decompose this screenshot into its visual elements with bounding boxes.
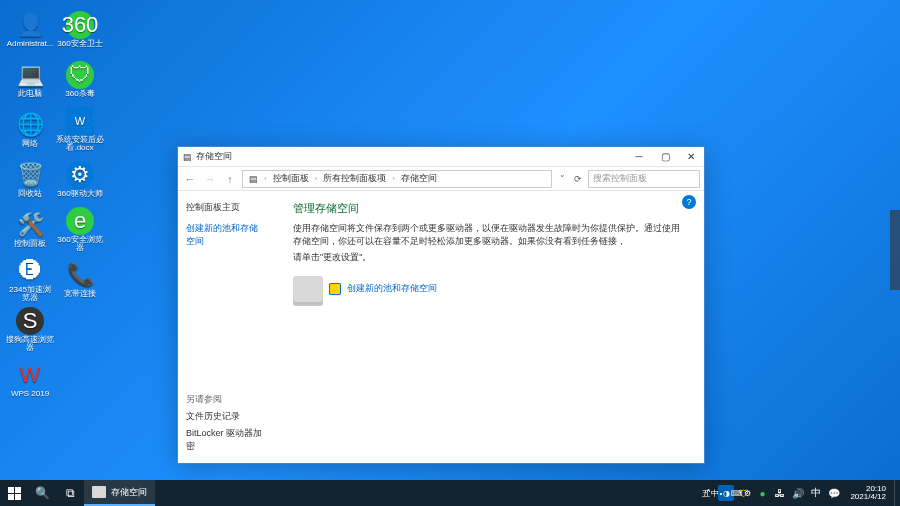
window-icon: ▤	[178, 152, 196, 162]
main-description-1: 使用存储空间将文件保存到两个或更多驱动器，以便在驱动器发生故障时为你提供保护。通…	[293, 222, 684, 247]
desktop-icon-sogou[interactable]: S搜狗高速浏览器	[5, 305, 55, 353]
desktop-col-2: 360360安全卫士 🛡360杀毒 W系统安装后必看.docx ⚙360驱动大师…	[55, 5, 105, 403]
desktop-icons: 👤Administrat... 💻此电脑 🌐网络 🗑️回收站 🛠️控制面板 🅔2…	[5, 5, 105, 403]
window-toolbar: ← → ↑ ▤ › 控制面板 › 所有控制面板项 › 存储空间 ˅ ⟳ 搜索控制…	[178, 167, 704, 191]
nav-up-button[interactable]: ↑	[222, 171, 238, 187]
sidebar: 控制面板主页 创建新的池和存储空间 另请参阅 文件历史记录 BitLocker …	[178, 191, 273, 463]
desktop-icon-recycle[interactable]: 🗑️回收站	[5, 155, 55, 203]
window-control-buttons: ─ ▢ ✕	[626, 147, 704, 166]
breadcrumb[interactable]: ▤ › 控制面板 › 所有控制面板项 › 存储空间	[242, 170, 552, 188]
taskbar-clock[interactable]: 20:10 2021/4/12	[850, 485, 886, 501]
tray-ime-mode-icon[interactable]: 中	[808, 485, 824, 501]
desktop-icon-dial[interactable]: 📞宽带连接	[55, 255, 105, 303]
sidebar-see-also: 另请参阅 文件历史记录 BitLocker 驱动器加密	[186, 393, 265, 453]
360b-icon: 🛡	[66, 61, 94, 89]
tray-action-center-icon[interactable]: 💬	[826, 485, 842, 501]
window-body: 控制面板主页 创建新的池和存储空间 另请参阅 文件历史记录 BitLocker …	[178, 191, 704, 463]
search-button[interactable]: 🔍	[28, 480, 56, 506]
desktop-icon-network[interactable]: 🌐网络	[5, 105, 55, 153]
tray-security-icon[interactable]: 🛡	[736, 485, 752, 501]
desktop-icon-cpanel[interactable]: 🛠️控制面板	[5, 205, 55, 253]
maximize-button[interactable]: ▢	[652, 147, 678, 166]
help-icon[interactable]: ?	[682, 195, 696, 209]
desktop-icon-360av[interactable]: 🛡360杀毒	[55, 55, 105, 103]
desktop-col-1: 👤Administrat... 💻此电脑 🌐网络 🗑️回收站 🛠️控制面板 🅔2…	[5, 5, 55, 403]
edge-watermark	[890, 210, 900, 290]
taskbar: 🔍 ⧉ 存储空间 ˄ 五中•◑⌨⚙ 🛡 ● 🖧 🔊 中 💬 20:10 2021…	[0, 480, 900, 506]
desktop-icon-admin[interactable]: 👤Administrat...	[5, 5, 55, 53]
see-also-title: 另请参阅	[186, 393, 265, 406]
create-pool-row: 创建新的池和存储空间	[293, 276, 684, 302]
main-content: 管理存储空间 使用存储空间将文件保存到两个或更多驱动器，以便在驱动器发生故障时为…	[273, 191, 704, 463]
uac-shield-icon	[329, 283, 341, 295]
main-heading: 管理存储空间	[293, 201, 684, 216]
svg-rect-0	[8, 487, 14, 493]
see-also-file-history[interactable]: 文件历史记录	[186, 410, 265, 423]
chevron-right-icon: ›	[315, 174, 318, 183]
ie-icon: 🅔	[16, 257, 44, 285]
breadcrumb-item[interactable]: 控制面板	[273, 172, 309, 185]
recycle-icon: 🗑️	[16, 161, 44, 189]
desktop-icon-wps[interactable]: WWPS 2019	[5, 355, 55, 403]
sidebar-create-link[interactable]: 创建新的池和存储空间	[186, 222, 265, 248]
desktop-icon-360brw[interactable]: e360安全浏览器	[55, 205, 105, 253]
sogou-icon: S	[16, 307, 44, 335]
svg-rect-2	[8, 494, 14, 500]
minimize-button[interactable]: ─	[626, 147, 652, 166]
breadcrumb-item[interactable]: 所有控制面板项	[323, 172, 386, 185]
svg-rect-1	[15, 487, 21, 493]
clock-date: 2021/4/12	[850, 493, 886, 501]
svg-rect-3	[15, 494, 21, 500]
window-title: 存储空间	[196, 150, 626, 163]
storage-spaces-window: ▤ 存储空间 ─ ▢ ✕ ← → ↑ ▤ › 控制面板 › 所有控制面板项 › …	[177, 146, 705, 464]
close-button[interactable]: ✕	[678, 147, 704, 166]
see-also-bitlocker[interactable]: BitLocker 驱动器加密	[186, 427, 265, 453]
desktop-icon-2345[interactable]: 🅔2345加速浏览器	[5, 255, 55, 303]
harddrive-stack-icon	[293, 276, 323, 302]
desktop-icon-thispc[interactable]: 💻此电脑	[5, 55, 55, 103]
360a-icon: 360	[66, 11, 94, 39]
dial-icon: 📞	[66, 261, 94, 289]
storage-app-icon	[92, 486, 106, 498]
docx-icon: W	[66, 107, 94, 135]
user-icon: 👤	[16, 11, 44, 39]
system-tray: ˄ 五中•◑⌨⚙ 🛡 ● 🖧 🔊 中 💬 20:10 2021/4/12	[700, 480, 900, 506]
search-input[interactable]: 搜索控制面板	[588, 170, 700, 188]
tray-network-icon[interactable]: 🖧	[772, 485, 788, 501]
sidebar-home-link[interactable]: 控制面板主页	[186, 201, 265, 214]
network-icon: 🌐	[16, 111, 44, 139]
wps-icon: W	[16, 361, 44, 389]
desktop-icon-docx[interactable]: W系统安装后必看.docx	[55, 105, 105, 153]
desktop-icon-360drv[interactable]: ⚙360驱动大师	[55, 155, 105, 203]
breadcrumb-item[interactable]: 存储空间	[401, 172, 437, 185]
360drv-icon: ⚙	[66, 161, 94, 189]
main-description-2: 请单击"更改设置"。	[293, 251, 684, 264]
address-dropdown[interactable]: ˅	[556, 174, 568, 184]
start-button[interactable]	[0, 480, 28, 506]
chevron-right-icon: ›	[264, 174, 267, 183]
360brw-icon: e	[66, 207, 94, 235]
nav-back-button[interactable]: ←	[182, 171, 198, 187]
chevron-right-icon: ›	[392, 174, 395, 183]
windows-logo-icon	[8, 487, 21, 500]
search-placeholder: 搜索控制面板	[593, 172, 647, 185]
show-desktop-button[interactable]	[894, 480, 898, 506]
tray-volume-icon[interactable]: 🔊	[790, 485, 806, 501]
nav-forward-button[interactable]: →	[202, 171, 218, 187]
pc-icon: 💻	[16, 61, 44, 89]
window-titlebar[interactable]: ▤ 存储空间 ─ ▢ ✕	[178, 147, 704, 167]
breadcrumb-icon: ▤	[249, 174, 258, 184]
create-pool-link[interactable]: 创建新的池和存储空间	[347, 282, 437, 295]
cpanel-icon: 🛠️	[16, 211, 44, 239]
taskbar-app-label: 存储空间	[111, 486, 147, 499]
tray-ime-toolbar[interactable]: 五中•◑⌨⚙	[718, 485, 734, 501]
tray-360-icon[interactable]: ●	[754, 485, 770, 501]
taskview-button[interactable]: ⧉	[56, 480, 84, 506]
taskbar-app-storage[interactable]: 存储空间	[84, 480, 155, 506]
desktop-icon-360guard[interactable]: 360360安全卫士	[55, 5, 105, 53]
refresh-button[interactable]: ⟳	[572, 174, 584, 184]
